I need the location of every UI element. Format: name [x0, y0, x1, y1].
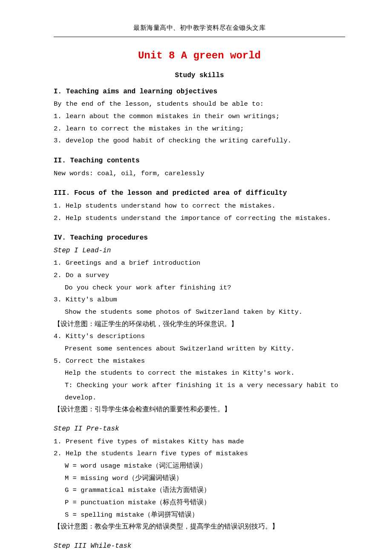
step1-item: 4. Kitty's descriptions: [54, 330, 345, 343]
design-note: 【设计意图：引导学生体会检查纠错的重要性和必要性。】: [54, 404, 345, 416]
focus-item: 1. Help students understand how to corre…: [54, 200, 345, 212]
step1-item: 5. Correct the mistakes: [54, 355, 345, 367]
step3-title: Step III While-task: [54, 540, 345, 553]
mistake-type: W = word usage mistake（词汇运用错误）: [54, 460, 345, 472]
mistake-type: G = grammatical mistake（语法方面错误）: [54, 484, 345, 497]
step1-subitem: Show the students some photos of Switzer…: [54, 306, 345, 318]
step2-item: 2. Help the students learn five types of…: [54, 448, 345, 460]
step3-item: 1. A student's writing: [54, 553, 345, 555]
step1-title: Step I Lead-in: [54, 245, 345, 257]
section-aims: I. Teaching aims and learning objectives…: [54, 86, 345, 147]
section-head-contents: II. Teaching contents: [54, 155, 345, 168]
aims-item: 1. learn about the common mistakes in th…: [54, 110, 345, 123]
section-contents: II. Teaching contents New words: coal, o…: [54, 155, 345, 179]
step1-subitem: Present some sentences about Switzerland…: [54, 343, 345, 355]
step1-subitem: T: Checking your work after finishing it…: [54, 379, 345, 404]
section-focus: III. Focus of the lesson and predicted a…: [54, 187, 345, 224]
focus-item: 2. Help students understand the importan…: [54, 212, 345, 225]
document-subtitle: Study skills: [54, 69, 345, 82]
step1-subitem: Help the students to correct the mistake…: [54, 367, 345, 379]
aims-item: 3. develop the good habit of checking th…: [54, 135, 345, 147]
contents-text: New words: coal, oil, form, carelessly: [54, 168, 345, 180]
step2-item: 1. Present five types of mistakes Kitty …: [54, 436, 345, 448]
section-head-focus: III. Focus of the lesson and predicted a…: [54, 187, 345, 200]
step1-item: 2. Do a survey: [54, 269, 345, 282]
section-procedures: IV. Teaching procedures Step I Lead-in 1…: [54, 232, 345, 555]
mistake-type: M = missing word（少词漏词错误）: [54, 472, 345, 485]
document-title: Unit 8 A green world: [54, 46, 345, 65]
design-note: 【设计意图：教会学生五种常见的错误类型，提高学生的错误识别技巧。】: [54, 521, 345, 533]
document-page: 最新海量高中、初中教学资料尽在金锄头文库 Unit 8 A green worl…: [0, 0, 392, 555]
design-note: 【设计意图：端正学生的环保动机，强化学生的环保意识。】: [54, 318, 345, 331]
mistake-type: S = spelling mistake（单词拼写错误）: [54, 509, 345, 521]
aims-item: 2. learn to correct the mistakes in the …: [54, 123, 345, 135]
section-head-aims: I. Teaching aims and learning objectives: [54, 86, 345, 98]
step2-title: Step II Pre-task: [54, 423, 345, 436]
mistake-type: P = punctuation mistake（标点符号错误）: [54, 497, 345, 509]
section-head-procedures: IV. Teaching procedures: [54, 232, 345, 245]
step1-item: 1. Greetings and a brief introduction: [54, 257, 345, 269]
aims-intro: By the end of the lesson, students shoul…: [54, 98, 345, 110]
page-header: 最新海量高中、初中教学资料尽在金锄头文库: [54, 22, 345, 37]
step1-subitem: Do you check your work after finishing i…: [54, 282, 345, 294]
step1-item: 3. Kitty's album: [54, 294, 345, 306]
